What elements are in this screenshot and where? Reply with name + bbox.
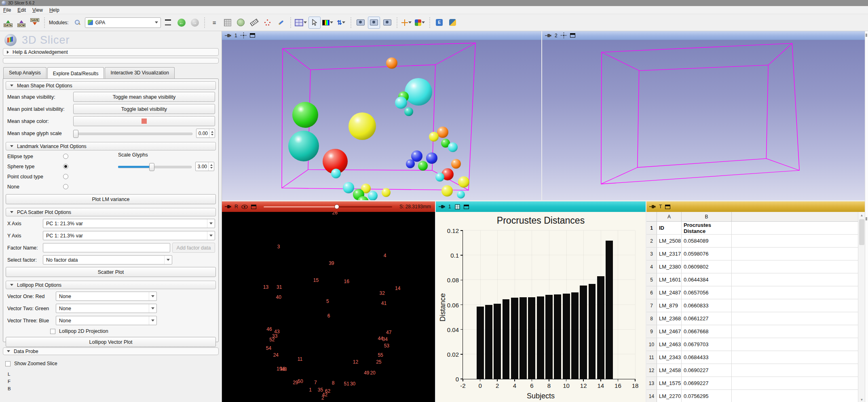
plot-grid-icon[interactable]: [454, 204, 460, 210]
cell-id[interactable]: LM_1601: [657, 273, 682, 286]
threed-view-2[interactable]: 2: [542, 31, 865, 200]
toggle-mean-shape-visibility-button[interactable]: Toggle mean shape visibility: [73, 92, 215, 102]
window-icon[interactable]: [251, 205, 256, 209]
cell-id[interactable]: LM_2380: [657, 260, 682, 273]
cell-id[interactable]: LM_2458: [657, 364, 682, 377]
pin-icon[interactable]: [649, 205, 656, 209]
table-view[interactable]: T A B 1IDProcrustes Distance2LM_25080.05…: [646, 201, 865, 402]
vector-three-combobox[interactable]: None: [56, 316, 157, 325]
module-list-button[interactable]: ≡: [208, 17, 220, 29]
plot-view[interactable]: 1 Procrustes Distances Distance 00.020.0…: [436, 201, 646, 402]
window-icon[interactable]: [665, 205, 670, 209]
mouse-interaction-button[interactable]: [308, 17, 321, 29]
y-axis-combobox[interactable]: PC 1: 21.3% var: [43, 231, 215, 240]
window-icon[interactable]: [464, 205, 469, 209]
cell-procrustes-distance[interactable]: 0.0609802: [682, 260, 732, 273]
cell-id[interactable]: ID: [657, 222, 682, 234]
glyph-scale-spinbox[interactable]: 0.00: [196, 129, 215, 138]
glyph-scale-slider[interactable]: [73, 129, 192, 138]
x-axis-combobox[interactable]: PC 1: 21.3% var: [43, 219, 215, 228]
cell-procrustes-distance[interactable]: 0.0644384: [682, 273, 732, 286]
markups-button[interactable]: [262, 17, 274, 29]
section-pca-scatter-plot-options[interactable]: PCA Scatter Plot Options: [6, 208, 216, 216]
units-button[interactable]: ⇅: [335, 17, 347, 29]
scatter-plot-button[interactable]: Scatter Plot: [6, 267, 216, 277]
spin-up-icon[interactable]: [210, 163, 213, 166]
module-history-button[interactable]: [162, 17, 174, 29]
cell-procrustes-distance[interactable]: 0.0756295: [682, 390, 732, 402]
menu-edit[interactable]: Edit: [14, 7, 29, 13]
extensions-manager-button[interactable]: E: [433, 17, 446, 29]
pin-icon[interactable]: [225, 34, 231, 38]
menu-help[interactable]: Help: [46, 7, 63, 13]
slice-offset-slider[interactable]: [264, 204, 392, 209]
section-data-probe[interactable]: Data Probe: [3, 347, 219, 355]
vector-two-combobox[interactable]: None: [56, 304, 157, 313]
models-button[interactable]: [235, 17, 247, 29]
plot-lm-variance-button[interactable]: Plot LM variance: [6, 194, 216, 204]
pin-icon[interactable]: [439, 205, 445, 209]
threed-view-1[interactable]: 1: [222, 31, 541, 200]
lollipop-2d-projection-checkbox[interactable]: [50, 329, 55, 334]
section-mean-shape-plot-options[interactable]: Mean Shape Plot Options: [6, 81, 216, 90]
colors-button[interactable]: [322, 17, 334, 29]
menu-file[interactable]: File: [0, 7, 14, 13]
cell-id[interactable]: LM_1575: [657, 377, 682, 389]
slice-canvas[interactable]: 2634391516133114403254164643335247544434…: [222, 212, 435, 402]
module-selector[interactable]: GPA: [85, 17, 161, 28]
layout-selector-button[interactable]: [294, 17, 307, 29]
import-dicom-button[interactable]: DCM: [15, 17, 27, 29]
ellipse-type-radio[interactable]: [63, 154, 68, 159]
cell-id[interactable]: LM_2317: [657, 248, 682, 260]
spin-down-icon[interactable]: [210, 167, 213, 170]
pin-icon[interactable]: [225, 205, 231, 209]
pin-icon[interactable]: [545, 34, 551, 38]
cell-id[interactable]: LM_2270: [657, 390, 682, 402]
cell-procrustes-distance[interactable]: 0.0699227: [682, 377, 732, 389]
cell-procrustes-distance[interactable]: Procrustes Distance: [682, 222, 732, 234]
slice-intersections-button[interactable]: [414, 17, 426, 29]
show-zoomed-slice-checkbox[interactable]: [5, 361, 11, 366]
annotations-button[interactable]: [275, 17, 287, 29]
crosshair-icon[interactable]: [561, 32, 567, 38]
mean-shape-color-button[interactable]: [73, 116, 215, 126]
threed-view-2-canvas[interactable]: [542, 40, 865, 200]
cell-procrustes-distance[interactable]: 0.0667668: [682, 325, 732, 338]
scrollbar-thumb[interactable]: [859, 219, 864, 245]
vector-one-combobox[interactable]: None: [56, 292, 157, 301]
screenshot-button[interactable]: [355, 17, 367, 29]
forward-button[interactable]: →: [189, 17, 201, 29]
tab-setup-analysis[interactable]: Setup Analysis: [3, 67, 46, 78]
scene-cube-button[interactable]: [222, 17, 234, 29]
eye-icon[interactable]: [241, 205, 248, 209]
scene-view-menu-button[interactable]: [381, 17, 393, 29]
cell-id[interactable]: LM_879: [657, 299, 682, 312]
save-button[interactable]: SAVE: [29, 17, 41, 29]
point-cloud-type-radio[interactable]: [63, 174, 68, 179]
scale-glyphs-spinbox[interactable]: 3.00: [195, 162, 214, 171]
spin-up-icon[interactable]: [211, 130, 213, 133]
window-icon[interactable]: [570, 33, 575, 38]
crosshair-button[interactable]: [401, 17, 413, 29]
cell-id[interactable]: LM_2343: [657, 351, 682, 364]
tab-interactive-3d-visualization[interactable]: Interactive 3D Visualization: [105, 67, 175, 78]
module-search-button[interactable]: [72, 17, 84, 29]
cell-procrustes-distance[interactable]: 0.0660833: [682, 299, 732, 312]
cell-id[interactable]: LM_2508: [657, 235, 682, 247]
sphere-type-radio[interactable]: [63, 164, 68, 169]
scroll-down-icon[interactable]: ▼: [858, 396, 865, 402]
toggle-label-visibility-button[interactable]: Toggle label visibility: [73, 104, 215, 114]
python-console-button[interactable]: [447, 17, 459, 29]
scroll-up-icon[interactable]: ▲: [858, 212, 865, 218]
column-header-a[interactable]: A: [657, 212, 682, 221]
cell-procrustes-distance[interactable]: 0.0684433: [682, 351, 732, 364]
slice-view-red[interactable]: R S: 28.3193mm 2634391516133114403254164…: [222, 201, 435, 402]
cell-procrustes-distance[interactable]: 0.0584089: [682, 235, 732, 247]
cell-procrustes-distance[interactable]: 0.0690227: [682, 364, 732, 377]
window-icon[interactable]: [250, 33, 255, 38]
cell-procrustes-distance[interactable]: 0.0598076: [682, 248, 732, 260]
back-button[interactable]: ←: [175, 17, 188, 29]
load-data-button[interactable]: DATA: [2, 17, 14, 29]
section-landmark-variance-plot-options[interactable]: Landmark Variance Plot Options: [6, 142, 216, 150]
factor-name-input[interactable]: [43, 243, 170, 252]
